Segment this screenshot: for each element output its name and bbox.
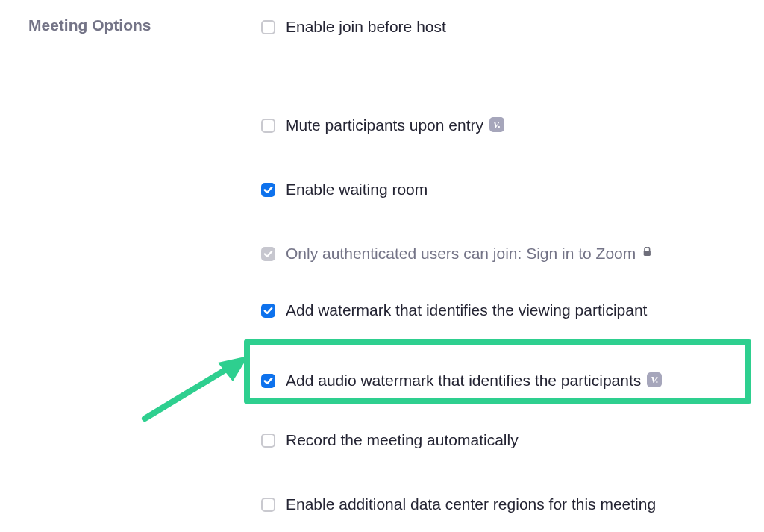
option-label: Only authenticated users can join: Sign … [286,245,636,263]
info-icon[interactable]: V. [489,117,504,132]
option-label: Enable additional data center regions fo… [286,495,656,513]
option-label: Record the meeting automatically [286,431,519,449]
option-record-automatically: Record the meeting automatically [261,431,764,449]
option-label: Enable waiting room [286,181,428,198]
option-only-authenticated: Only authenticated users can join: Sign … [261,245,764,263]
meeting-options-list: Enable join before host Mute participant… [261,15,764,513]
section-title: Meeting Options [28,15,261,36]
option-label: Enable join before host [286,18,446,36]
option-enable-join-before-host: Enable join before host [261,18,764,36]
option-label: Add watermark that identifies the viewin… [286,301,647,319]
option-add-audio-watermark: Add audio watermark that identifies the … [261,372,764,389]
option-enable-waiting-room: Enable waiting room [261,181,764,198]
option-label: Mute participants upon entry [286,116,483,134]
checkbox-mute-participants[interactable] [261,119,275,133]
checkbox-add-audio-watermark[interactable] [261,374,275,388]
lock-icon [643,244,651,262]
checkbox-add-watermark[interactable] [261,304,275,318]
checkbox-enable-join-before-host[interactable] [261,20,275,34]
svg-rect-0 [644,251,651,256]
option-additional-data-center: Enable additional data center regions fo… [261,495,764,513]
option-mute-participants: Mute participants upon entry V. [261,116,764,134]
option-add-watermark: Add watermark that identifies the viewin… [261,301,764,319]
info-icon[interactable]: V. [647,372,662,387]
checkbox-record-automatically[interactable] [261,434,275,448]
checkbox-enable-waiting-room[interactable] [261,183,275,197]
checkbox-additional-data-center[interactable] [261,498,275,512]
option-label: Add audio watermark that identifies the … [286,372,641,389]
checkbox-only-authenticated [261,247,275,261]
